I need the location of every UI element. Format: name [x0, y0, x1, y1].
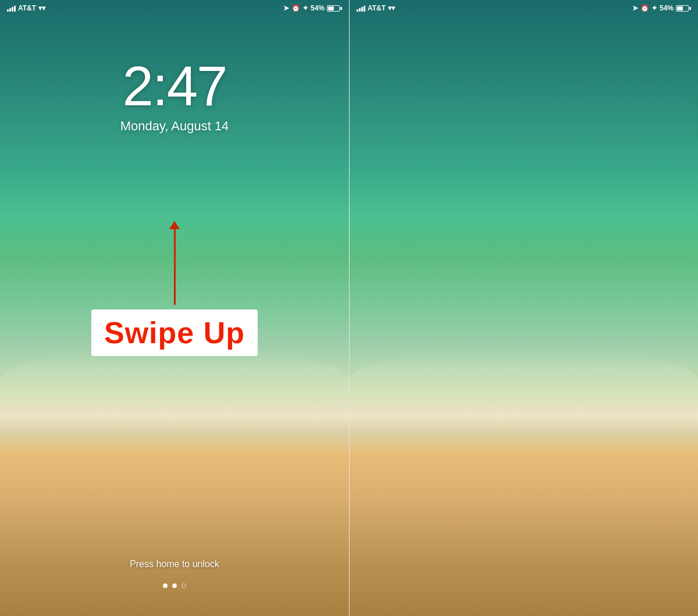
status-left: AT&T ▾▾: [7, 4, 45, 12]
wifi-icon: ▾▾: [38, 4, 45, 12]
location-icon: ➤: [283, 4, 289, 12]
right-background: [350, 0, 698, 616]
right-alarm-icon: ⏰: [640, 4, 649, 12]
left-clock-area: 2:47 Monday, August 14: [0, 58, 349, 134]
right-bluetooth-icon: ✦: [651, 4, 657, 12]
signal-icon: [7, 5, 16, 12]
right-status-right: ➤ ⏰ ✦ 54%: [632, 4, 691, 12]
left-phone-panel: AT&T ▾▾ ➤ ⏰ ✦ 54% 2:47 Monday, August 14…: [0, 0, 349, 616]
left-status-bar: AT&T ▾▾ ➤ ⏰ ✦ 54%: [0, 0, 349, 16]
left-date: Monday, August 14: [0, 119, 349, 134]
swipe-label-box: Swipe Up: [91, 309, 258, 356]
page-dots: [0, 583, 349, 588]
dot-2: [172, 583, 177, 588]
alarm-icon: ⏰: [291, 4, 300, 12]
right-location-icon: ➤: [632, 4, 638, 12]
press-home-label: Press home to unlock: [0, 559, 349, 569]
wave-overlay: [0, 348, 349, 453]
battery-pct: 54%: [311, 4, 325, 12]
right-phone-panel: AT&T ▾▾ ➤ ⏰ ✦ 54% 2:47 Monday, August 14…: [349, 0, 698, 616]
dot-1: [163, 583, 168, 588]
right-battery-icon: [676, 5, 691, 12]
status-right: ➤ ⏰ ✦ 54%: [283, 4, 342, 12]
swipe-label: Swipe Up: [104, 316, 245, 350]
right-status-bar: AT&T ▾▾ ➤ ⏰ ✦ 54%: [350, 0, 698, 16]
arrow-shaft: [174, 229, 176, 305]
left-time: 2:47: [0, 58, 349, 114]
right-battery-pct: 54%: [660, 4, 674, 12]
right-signal-icon: [357, 5, 365, 12]
bluetooth-icon: ✦: [302, 4, 308, 12]
arrow-head-icon: [169, 221, 180, 229]
right-carrier-label: AT&T: [368, 4, 386, 12]
right-status-left: AT&T ▾▾: [357, 4, 395, 12]
carrier-label: AT&T: [18, 4, 36, 12]
right-wave-overlay: [350, 348, 698, 453]
swipe-area[interactable]: Swipe Up: [91, 221, 258, 356]
dot-3: [181, 583, 186, 588]
battery-icon: [327, 5, 342, 12]
right-wifi-icon: ▾▾: [388, 4, 395, 12]
